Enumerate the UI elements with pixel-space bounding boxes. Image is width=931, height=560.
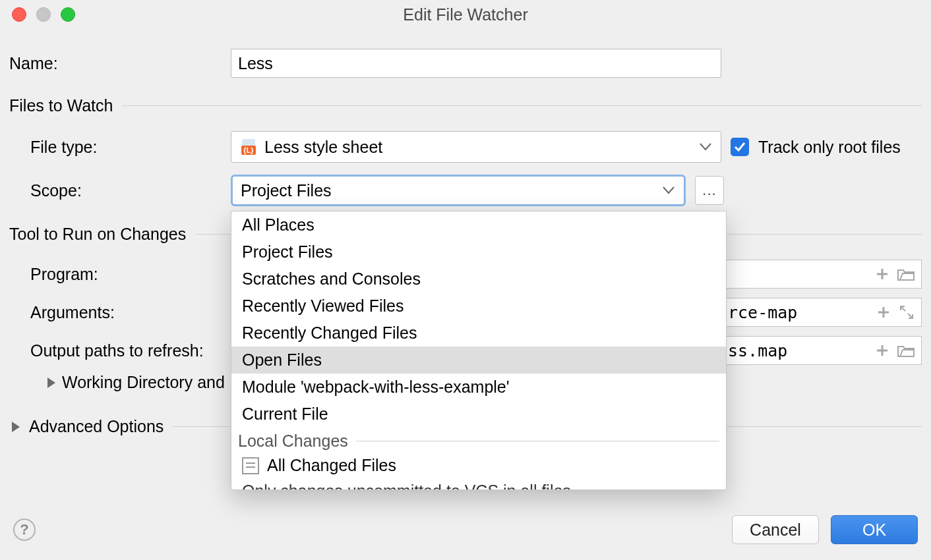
scope-value: Project Files xyxy=(241,181,332,200)
expand-icon[interactable] xyxy=(899,304,915,320)
name-input[interactable] xyxy=(231,49,721,78)
add-icon[interactable] xyxy=(876,305,891,320)
scope-dropdown[interactable]: Project Files xyxy=(231,175,686,206)
section-title-advanced-options: Advanced Options xyxy=(29,417,164,436)
window-close-button[interactable] xyxy=(12,7,26,22)
scope-dropdown-popup: All Places Project Files Scratches and C… xyxy=(231,211,727,490)
triangle-right-icon xyxy=(12,422,20,432)
name-label: Name: xyxy=(9,54,231,73)
add-icon[interactable] xyxy=(875,267,889,281)
titlebar: Edit File Watcher xyxy=(0,0,931,29)
scope-option[interactable]: Open Files xyxy=(231,347,726,374)
document-icon xyxy=(242,457,259,474)
folder-open-icon[interactable] xyxy=(897,343,915,358)
scope-option[interactable]: Module 'webpack-with-less-example' xyxy=(231,374,726,401)
file-type-label: File type: xyxy=(9,138,231,157)
arguments-label: Arguments: xyxy=(9,303,231,322)
scope-option[interactable]: Current File xyxy=(231,401,726,428)
track-root-files-checkbox[interactable] xyxy=(731,138,749,156)
output-paths-value-tail: ss.map xyxy=(724,341,787,360)
chevron-down-icon xyxy=(700,143,711,151)
scope-option[interactable]: Project Files xyxy=(231,238,726,266)
window-title: Edit File Watcher xyxy=(0,5,931,24)
window-maximize-button[interactable] xyxy=(61,7,75,22)
working-directory-disclosure[interactable]: Working Directory and xyxy=(9,373,225,392)
cancel-button[interactable]: Cancel xyxy=(732,515,819,544)
output-paths-label: Output paths to refresh: xyxy=(9,341,231,360)
less-file-icon: {L} xyxy=(239,139,258,155)
file-type-dropdown[interactable]: {L} Less style sheet xyxy=(231,131,721,163)
ok-button[interactable]: OK xyxy=(831,515,918,544)
section-title-files-to-watch: Files to Watch xyxy=(9,96,113,115)
scope-option[interactable]: Scratches and Consoles xyxy=(231,266,726,293)
file-type-value: Less style sheet xyxy=(264,138,382,157)
program-label: Program: xyxy=(9,265,231,284)
track-root-files-label: Track only root files xyxy=(758,138,901,157)
help-button[interactable]: ? xyxy=(13,518,36,541)
dialog-footer: ? Cancel OK xyxy=(0,505,931,560)
scope-browse-button[interactable]: ... xyxy=(695,176,724,205)
scope-option-group-header: Local Changes xyxy=(231,428,726,452)
scope-option[interactable]: Recently Viewed Files xyxy=(231,293,726,320)
scope-option[interactable]: Recently Changed Files xyxy=(231,320,726,347)
working-directory-label: Working Directory and xyxy=(62,373,225,392)
section-files-to-watch: Files to Watch xyxy=(9,96,922,115)
scope-option[interactable]: All Places xyxy=(231,211,726,238)
add-icon[interactable] xyxy=(875,343,889,358)
arguments-value-tail: rce-map xyxy=(724,303,797,322)
folder-open-icon[interactable] xyxy=(897,267,915,281)
window-controls xyxy=(0,7,75,22)
chevron-down-icon xyxy=(663,186,675,194)
section-title-tool-to-run: Tool to Run on Changes xyxy=(9,225,186,244)
triangle-right-icon xyxy=(47,378,55,388)
scope-option[interactable]: Only changes uncommitted to VCS in all f… xyxy=(231,479,726,490)
scope-option[interactable]: All Changed Files xyxy=(231,452,726,479)
window-minimize-button[interactable] xyxy=(36,7,51,22)
scope-label: Scope: xyxy=(9,181,231,200)
